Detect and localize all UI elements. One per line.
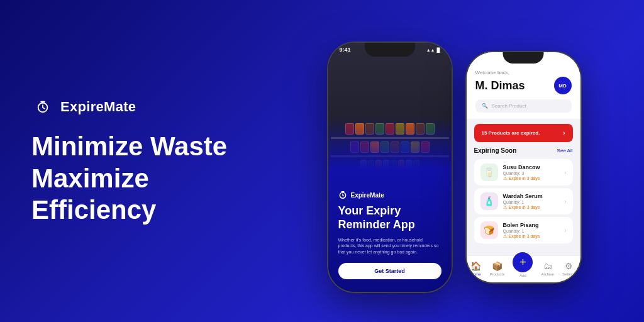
tagline-line1: Minimize Waste: [31, 131, 233, 162]
product-expire: ⚠ Expire in 3 days: [503, 234, 560, 239]
avatar: MD: [554, 77, 572, 94]
nav-products[interactable]: 📦 Products: [489, 261, 504, 276]
home-screen: Welcome back, M. Dimas MD 🔍 Search Produ…: [467, 52, 580, 282]
splash-description: Whether it's food, medication, or househ…: [338, 237, 441, 255]
search-placeholder: Search Product: [492, 103, 526, 109]
product-item[interactable]: 🧴 Wardah Serum Quantity: 1 ⚠ Expire in 3…: [474, 188, 573, 214]
product-chevron-icon: ›: [564, 198, 566, 205]
products-nav-label: Products: [489, 272, 504, 276]
status-bar-right: 9:41 ▲▲ █: [467, 56, 580, 62]
splash-overlay: ExpireMate Your Expiry Reminder App Whet…: [328, 118, 452, 292]
product-info: Susu Dancow Quantity: 3 ⚠ Expire in 3 da…: [503, 164, 560, 181]
nav-home[interactable]: 🏠 Home: [470, 261, 481, 276]
welcome-text: Welcome back,: [475, 70, 572, 75]
brand-icon: [31, 96, 54, 118]
product-item[interactable]: 🍞 Bolen Pisang Quantity: 1 ⚠ Expire in 3…: [474, 217, 573, 243]
bottom-nav: 🏠 Home 📦 Products + Add 🗂 Archive ⚙: [467, 255, 580, 282]
splash-brand-name: ExpireMate: [351, 192, 384, 199]
status-icons-right: ▲▲ █: [555, 57, 569, 62]
product-quantity: Quantity: 1: [503, 229, 560, 233]
tagline-line2: Maximize Efficiency: [31, 163, 233, 226]
warning-icon: ⚠: [503, 234, 507, 239]
get-started-button[interactable]: Get Started: [338, 263, 441, 279]
product-name: Bolen Pisang: [503, 222, 560, 228]
alert-banner[interactable]: 15 Products are expired. ›: [474, 124, 573, 142]
archive-nav-label: Archive: [541, 272, 554, 276]
product-name: Susu Dancow: [503, 164, 560, 170]
alert-text: 15 Products are expired.: [482, 130, 540, 136]
nav-settings[interactable]: ⚙ Settings: [562, 261, 576, 276]
tagline: Minimize Waste Maximize Efficiency: [31, 131, 233, 226]
section-header: Expiring Soon See All: [474, 147, 573, 154]
nav-archive[interactable]: 🗂 Archive: [541, 261, 554, 276]
see-all-link[interactable]: See All: [557, 148, 573, 153]
left-section: ExpireMate Minimize Waste Maximize Effic…: [0, 70, 264, 251]
user-name: M. Dimas: [475, 79, 525, 92]
home-content: 15 Products are expired. › Expiring Soon…: [467, 119, 580, 255]
nav-add[interactable]: + Add: [513, 260, 533, 277]
brand-name: ExpireMate: [60, 99, 136, 115]
home-nav-icon: 🏠: [470, 261, 481, 271]
product-item[interactable]: 🥛 Susu Dancow Quantity: 3 ⚠ Expire in 3 …: [474, 159, 573, 186]
product-icon: 🥛: [480, 164, 498, 181]
warning-icon: ⚠: [503, 205, 507, 210]
product-quantity: Quantity: 1: [503, 200, 560, 204]
product-expire: ⚠ Expire in 3 days: [503, 205, 560, 210]
settings-nav-icon: ⚙: [565, 261, 573, 271]
search-bar[interactable]: 🔍 Search Product: [475, 99, 572, 113]
brand-row: ExpireMate: [31, 96, 233, 118]
home-nav-label: Home: [471, 272, 481, 276]
product-info: Bolen Pisang Quantity: 1 ⚠ Expire in 3 d…: [503, 222, 560, 239]
product-quantity: Quantity: 3: [503, 171, 560, 175]
status-time-left: 9:41: [340, 47, 351, 53]
phone-home: 9:41 ▲▲ █ Welcome back, M. Dimas MD 🔍 Se…: [465, 51, 582, 284]
user-row: M. Dimas MD: [475, 77, 572, 94]
archive-nav-icon: 🗂: [543, 261, 552, 271]
search-icon: 🔍: [482, 103, 488, 109]
status-bar-left: 9:41 ▲▲ █: [328, 47, 452, 53]
product-name: Wardah Serum: [503, 193, 560, 199]
warning-icon: ⚠: [503, 176, 507, 181]
product-icon: 🍞: [480, 221, 498, 239]
splash-brand: ExpireMate: [338, 191, 441, 199]
product-icon: 🧴: [480, 192, 498, 210]
status-time-right: 9:41: [478, 56, 489, 62]
phones-section: 9:41 ▲▲ █: [264, 0, 644, 322]
product-list: 🥛 Susu Dancow Quantity: 3 ⚠ Expire in 3 …: [474, 159, 573, 243]
status-icons-left: ▲▲ █: [426, 48, 440, 52]
product-info: Wardah Serum Quantity: 1 ⚠ Expire in 3 d…: [503, 193, 560, 210]
add-nav-label: Add: [519, 274, 526, 277]
product-expire: ⚠ Expire in 3 days: [503, 176, 560, 181]
products-nav-icon: 📦: [492, 261, 502, 271]
alert-chevron-icon: ›: [563, 130, 565, 136]
phone-splash: 9:41 ▲▲ █: [327, 42, 453, 293]
settings-nav-label: Settings: [562, 272, 576, 276]
splash-title: Your Expiry Reminder App: [338, 204, 441, 231]
product-chevron-icon: ›: [564, 227, 566, 234]
add-nav-icon: +: [513, 252, 533, 272]
product-chevron-icon: ›: [564, 169, 566, 176]
splash-screen: ExpireMate Your Expiry Reminder App Whet…: [328, 43, 452, 292]
section-title: Expiring Soon: [474, 147, 517, 154]
